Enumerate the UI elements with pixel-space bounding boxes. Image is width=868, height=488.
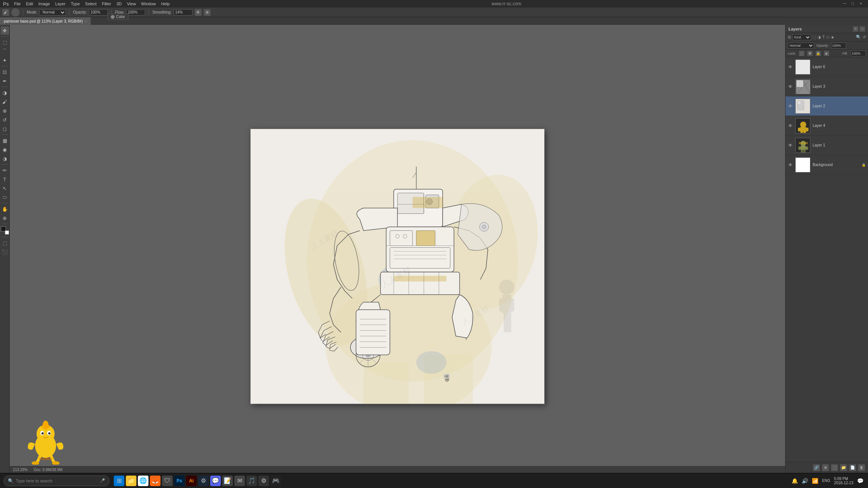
new-group-button[interactable]: 📁: [840, 464, 847, 471]
minimize-button[interactable]: ─: [843, 1, 848, 6]
layer1-visibility-icon[interactable]: 👁: [788, 143, 793, 148]
move-tool[interactable]: ✥: [1, 26, 9, 35]
taskbar-notes[interactable]: 📝: [222, 476, 233, 486]
path-select-tool[interactable]: ↖: [1, 184, 9, 192]
restore-button[interactable]: □: [851, 1, 857, 6]
layer2-visibility-icon[interactable]: 👁: [788, 104, 793, 109]
taskbar-steam[interactable]: ⚙: [198, 476, 209, 486]
taskbar-music[interactable]: 🎵: [246, 476, 257, 486]
brush-tool[interactable]: 🖌: [1, 98, 9, 106]
opacity-input[interactable]: [89, 9, 108, 15]
taskbar-app13[interactable]: ⚙: [258, 476, 269, 486]
lock-px-icon[interactable]: ⬚: [799, 51, 804, 56]
link-layers-button[interactable]: 🔗: [813, 464, 820, 471]
taskbar-security[interactable]: 🛡: [162, 476, 173, 486]
fill-label: Fill:: [842, 52, 848, 55]
doc-size-status: Doc: 9.8M/38.9M: [34, 468, 62, 472]
menu-help[interactable]: Help: [161, 2, 170, 6]
tab-close-button[interactable]: ×: [85, 20, 87, 23]
brush-preset-icon[interactable]: [11, 8, 20, 17]
erase-mode-icon[interactable]: ⊗: [204, 9, 211, 16]
blur-tool[interactable]: ◉: [1, 145, 9, 154]
taskbar-chrome[interactable]: 🌐: [138, 476, 148, 486]
document-tab[interactable]: paintover base.psd @ 113% (Layer 3, RGB/…: [0, 17, 91, 25]
color-switcher[interactable]: [1, 226, 9, 235]
opacity-input[interactable]: [831, 43, 846, 49]
eyedropper-tool[interactable]: ✒: [1, 77, 9, 85]
menu-type[interactable]: Type: [71, 2, 80, 6]
lock-all-icon[interactable]: 🔒: [816, 51, 821, 56]
taskbar: 🔍 Type here to search 🎤 ⊞ 📁 🌐 🦊 🛡 Ps Ai …: [0, 473, 868, 488]
menu-filter[interactable]: Filter: [102, 2, 111, 6]
taskbar-notification-icon[interactable]: 🔔: [792, 478, 798, 484]
taskbar-volume-icon[interactable]: 🔊: [802, 478, 808, 484]
text-tool[interactable]: T: [1, 175, 9, 183]
kind-icon-px: ⬚: [813, 35, 816, 39]
screen-mode-tool[interactable]: ⬛: [1, 248, 9, 256]
menu-file[interactable]: File: [14, 2, 21, 6]
pen-tool[interactable]: ✏: [1, 166, 9, 174]
magic-wand-tool[interactable]: ✦: [1, 56, 9, 64]
close-button[interactable]: ×: [860, 1, 865, 6]
smoothing-input[interactable]: [174, 9, 193, 15]
add-style-button[interactable]: ⊕: [822, 464, 829, 471]
lasso-tool[interactable]: ⌒: [1, 47, 9, 55]
menu-image[interactable]: Image: [38, 2, 50, 6]
background-visibility-icon[interactable]: 👁: [788, 162, 793, 168]
layer6-visibility-icon[interactable]: 👁: [788, 64, 793, 70]
menu-edit[interactable]: Edit: [26, 2, 33, 6]
lock-art-icon[interactable]: ◈: [824, 51, 829, 56]
layer-item-layer2[interactable]: 👁 Layer 2: [785, 96, 868, 116]
taskbar-firefox[interactable]: 🦊: [150, 476, 160, 486]
quick-mask-tool[interactable]: ⬚: [1, 239, 9, 247]
mode-select[interactable]: Normal: [40, 9, 66, 15]
crop-tool[interactable]: ⊡: [1, 68, 9, 76]
background-lock-icon: 🔒: [862, 163, 866, 167]
layer-item-layer3[interactable]: 👁 Layer 3: [785, 77, 868, 96]
taskbar-file-explorer[interactable]: 📁: [126, 476, 136, 486]
taskbar-ps[interactable]: Ps: [174, 476, 185, 486]
menu-view[interactable]: View: [127, 2, 136, 6]
lock-pos-icon[interactable]: ✥: [807, 51, 813, 56]
flow-input[interactable]: [126, 9, 145, 15]
taskbar-app14[interactable]: 🎮: [270, 476, 281, 486]
layers-expand-icon[interactable]: ×: [860, 26, 865, 32]
blend-mode-select[interactable]: Normal: [788, 43, 814, 49]
kind-select[interactable]: Kind: [792, 34, 811, 40]
shape-tool[interactable]: ⬭: [1, 193, 9, 201]
menu-layer[interactable]: Layer: [55, 2, 66, 6]
background-color[interactable]: [5, 230, 9, 235]
fill-input[interactable]: [851, 50, 866, 56]
smoothing-settings-icon[interactable]: ⚙: [195, 9, 202, 16]
menu-select[interactable]: Select: [85, 2, 97, 6]
layer-item-layer4[interactable]: 👁 Layer 4: [785, 116, 868, 136]
taskbar-action-center-icon[interactable]: 💬: [857, 478, 863, 484]
history-brush-tool[interactable]: ↺: [1, 116, 9, 124]
layer-item-layer6[interactable]: 👁 Layer 6: [785, 57, 868, 77]
taskbar-mic-icon[interactable]: 🎤: [100, 478, 105, 483]
spot-healing-tool[interactable]: ◑: [1, 88, 9, 97]
menu-3d[interactable]: 3D: [116, 2, 122, 6]
taskbar-mail[interactable]: ✉: [234, 476, 245, 486]
taskbar-start-button[interactable]: ⊞: [114, 476, 124, 486]
layer-item-layer1[interactable]: 👁 Layer 1: [785, 136, 868, 155]
delete-layer-button[interactable]: 🗑: [858, 464, 865, 471]
taskbar-discord[interactable]: 💬: [210, 476, 221, 486]
layer-item-background[interactable]: 👁 Background 🔒: [785, 155, 868, 175]
layers-collapse-icon[interactable]: ≡: [853, 26, 858, 32]
taskbar-search-box[interactable]: 🔍 Type here to search 🎤: [4, 476, 109, 486]
eraser-tool[interactable]: ◻: [1, 125, 9, 133]
layer3-visibility-icon[interactable]: 👁: [788, 84, 793, 89]
taskbar-ai[interactable]: Ai: [186, 476, 197, 486]
marquee-tool[interactable]: ⬚: [1, 38, 9, 46]
dodge-tool[interactable]: ◑: [1, 154, 9, 163]
gradient-tool[interactable]: ▦: [1, 136, 9, 145]
menu-window[interactable]: Window: [141, 2, 156, 6]
zoom-tool[interactable]: ⊕: [1, 214, 9, 222]
hand-tool[interactable]: ✋: [1, 205, 9, 213]
clone-stamp-tool[interactable]: ⊕: [1, 107, 9, 115]
layer4-visibility-icon[interactable]: 👁: [788, 123, 793, 128]
new-layer-button[interactable]: 📄: [849, 464, 856, 471]
taskbar-network-icon[interactable]: 📶: [812, 478, 818, 484]
add-mask-button[interactable]: ⬚: [831, 464, 838, 471]
